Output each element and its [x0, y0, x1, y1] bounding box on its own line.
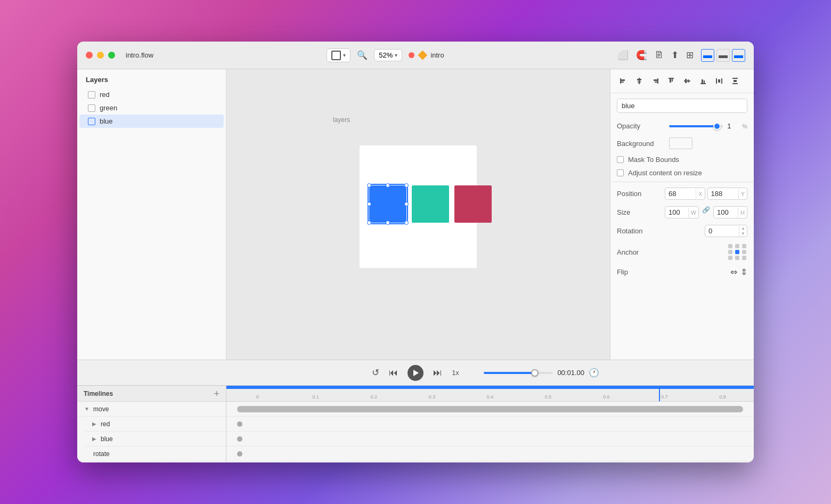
opacity-thumb[interactable] — [713, 123, 721, 130]
search-icon[interactable]: 🔍 — [357, 50, 368, 60]
minimize-button[interactable] — [97, 52, 104, 59]
layer-item-green[interactable]: green — [79, 101, 224, 115]
link-icon[interactable]: 🔗 — [701, 206, 711, 218]
export-icon[interactable]: ⬆ — [671, 50, 679, 61]
handle-tl[interactable] — [367, 183, 371, 188]
anchor-ml[interactable] — [728, 250, 732, 254]
svg-rect-4 — [637, 79, 641, 80]
progress-fill — [484, 372, 532, 374]
tl-expand-blue[interactable]: ▶ — [91, 436, 97, 442]
tl-row-blue[interactable]: ▶ blue — [85, 432, 226, 446]
distribute-h-btn[interactable] — [713, 75, 726, 87]
position-x-group[interactable]: 68 X — [665, 188, 705, 200]
distribute-v-btn[interactable] — [729, 75, 742, 87]
maximize-button[interactable] — [108, 52, 115, 59]
canvas-area[interactable]: layers — [226, 69, 610, 360]
mask-to-bounds-label: Mask To Bounds — [628, 156, 679, 164]
opacity-slider-container[interactable] — [669, 125, 723, 127]
handle-bl[interactable] — [367, 221, 371, 225]
name-input[interactable] — [617, 99, 747, 113]
anchor-mc[interactable] — [735, 250, 739, 254]
ruler-playhead[interactable] — [659, 386, 660, 401]
layer-color-green — [88, 104, 95, 112]
progress-thumb[interactable] — [531, 369, 539, 377]
track-blue[interactable] — [226, 432, 754, 446]
play-button[interactable] — [408, 365, 423, 381]
text-icon[interactable]: 🖹 — [655, 50, 664, 61]
track-red[interactable] — [226, 417, 754, 432]
timeline-ruler[interactable]: 0 0.1 0.2 0.3 0.4 0.5 0.6 0.7 0.8 — [226, 386, 754, 402]
view-split-icon[interactable]: ▬ — [701, 49, 714, 62]
flip-vertical-btn[interactable]: ⇕ — [740, 267, 747, 277]
rotation-stepper[interactable]: ▲ ▼ — [739, 226, 747, 237]
tl-expand-red[interactable]: ▶ — [91, 421, 97, 427]
background-swatch[interactable] — [669, 137, 692, 149]
ruler-mark-8: 0.8 — [694, 394, 752, 400]
loop-button[interactable]: ↺ — [372, 367, 379, 378]
app-title: intro.flow — [126, 51, 153, 59]
clock-icon[interactable]: 🕐 — [589, 368, 599, 378]
align-left-btn[interactable] — [617, 75, 630, 87]
magnet-icon[interactable]: 🧲 — [636, 50, 647, 61]
track-move[interactable] — [226, 402, 754, 417]
blue-rectangle[interactable] — [369, 185, 406, 223]
close-button[interactable] — [86, 52, 93, 59]
align-top-btn[interactable] — [665, 75, 678, 87]
rotation-down[interactable]: ▼ — [739, 231, 747, 237]
tl-expand-move[interactable]: ▼ — [84, 406, 90, 412]
tl-row-red[interactable]: ▶ red — [85, 417, 226, 432]
handle-bc[interactable] — [386, 221, 390, 225]
rotation-up[interactable]: ▲ — [739, 226, 747, 231]
timeline-add-button[interactable]: + — [214, 389, 219, 399]
position-y-group[interactable]: 188 Y — [707, 188, 748, 200]
align-right-btn[interactable] — [649, 75, 662, 87]
opacity-slider[interactable] — [669, 125, 723, 127]
mask-to-bounds-checkbox[interactable] — [617, 156, 624, 163]
svg-rect-8 — [655, 82, 657, 83]
rotation-input-group[interactable]: 0 ▲ ▼ — [705, 225, 747, 237]
tl-label-move: move — [93, 405, 109, 413]
forward-button[interactable]: ⏭ — [433, 368, 442, 378]
anchor-mr[interactable] — [742, 250, 746, 254]
grid-icon[interactable]: ⊞ — [686, 50, 694, 61]
anchor-tl[interactable] — [728, 244, 732, 248]
anchor-bl[interactable] — [728, 256, 732, 260]
zoom-selector[interactable]: 52% ▾ — [374, 49, 402, 61]
handle-tc[interactable] — [386, 183, 390, 188]
layer-item-red[interactable]: red — [79, 88, 224, 101]
anchor-br[interactable] — [742, 256, 746, 260]
handle-ml[interactable] — [367, 202, 371, 206]
view-full-icon[interactable]: ▬ — [716, 49, 730, 62]
size-w-group[interactable]: 100 W — [665, 206, 699, 218]
handle-mr[interactable] — [404, 202, 409, 206]
frame-icon[interactable]: ⬜ — [617, 50, 629, 61]
track-rotate[interactable] — [226, 446, 754, 461]
tl-row-rotate[interactable]: rotate — [77, 446, 226, 461]
anchor-tr[interactable] — [742, 244, 746, 248]
shape-selector[interactable]: ▾ — [327, 48, 351, 62]
anchor-bc[interactable] — [735, 256, 739, 260]
flip-horizontal-btn[interactable]: ⇔ — [730, 267, 737, 277]
layer-item-blue[interactable]: blue — [79, 115, 224, 128]
adjust-content-checkbox[interactable] — [617, 169, 624, 176]
artboard[interactable] — [360, 145, 477, 268]
red-rectangle[interactable] — [454, 185, 492, 223]
rotation-value: 0 — [705, 225, 739, 237]
handle-br[interactable] — [404, 221, 409, 225]
handle-tr[interactable] — [404, 183, 409, 188]
size-h-group[interactable]: 100 H — [713, 206, 747, 218]
rewind-button[interactable]: ⏮ — [389, 368, 398, 378]
progress-bar[interactable] — [484, 372, 553, 374]
align-bottom-btn[interactable] — [697, 75, 710, 87]
rotation-row: Rotation 0 ▲ ▼ — [610, 222, 754, 240]
green-rectangle[interactable] — [412, 185, 449, 223]
view-right-icon[interactable]: ▬ — [732, 49, 745, 62]
tl-row-move[interactable]: ▼ move — [77, 402, 226, 417]
anchor-grid[interactable] — [728, 244, 747, 260]
align-center-h-btn[interactable] — [633, 75, 646, 87]
anchor-tc[interactable] — [735, 244, 739, 248]
speed-indicator[interactable]: 1x — [452, 369, 459, 377]
align-center-v-btn[interactable] — [681, 75, 694, 87]
layer-label-blue: blue — [100, 117, 113, 125]
traffic-lights — [86, 52, 115, 59]
